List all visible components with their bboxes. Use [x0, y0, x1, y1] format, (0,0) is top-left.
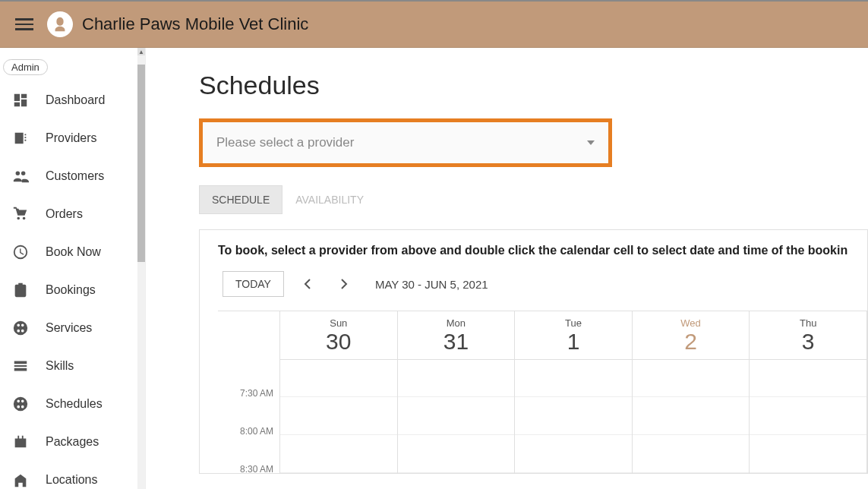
day-column-wed	[633, 359, 750, 473]
dashboard-icon	[12, 92, 29, 109]
time-label: 8:30 AM	[218, 435, 280, 473]
packages-icon	[12, 434, 29, 450]
sidebar-item-packages[interactable]: Packages	[0, 423, 145, 461]
day-column-mon	[398, 359, 516, 473]
sidebar-scrollbar[interactable]: ▲	[137, 48, 145, 489]
day-header-wed: Wed 2	[633, 311, 750, 359]
sidebar: Dashboard Providers Customers Orders Boo…	[0, 48, 146, 489]
calendar-cell[interactable]	[633, 435, 750, 473]
week-header: Sun 30 Mon 31 Tue 1 Wed 2 Thu 3	[218, 311, 867, 359]
calendar-cell[interactable]	[280, 359, 397, 397]
sidebar-item-services[interactable]: Services	[0, 309, 145, 347]
next-week-button[interactable]	[331, 271, 357, 297]
providers-icon	[12, 130, 29, 147]
app-logo	[47, 11, 73, 37]
sidebar-item-label: Skills	[46, 359, 74, 373]
tabs: SCHEDULE AVAILABILITY	[199, 185, 868, 214]
day-column-sun	[280, 359, 398, 473]
provider-select-placeholder: Please select a provider	[216, 135, 354, 150]
tab-schedule[interactable]: SCHEDULE	[199, 185, 282, 214]
sidebar-item-providers[interactable]: Providers	[0, 119, 145, 157]
sidebar-item-customers[interactable]: Customers	[0, 157, 145, 195]
sidebar-item-label: Customers	[46, 169, 104, 183]
services-icon	[12, 320, 29, 336]
calendar-cell[interactable]	[515, 397, 632, 435]
time-column: 7:30 AM 8:00 AM 8:30 AM	[218, 359, 280, 473]
calendar-panel: To book, select a provider from above an…	[199, 229, 868, 474]
app-title: Charlie Paws Mobile Vet Clinic	[82, 14, 308, 34]
calendar-instruction: To book, select a provider from above an…	[218, 244, 867, 257]
day-header-sun: Sun 30	[280, 311, 398, 359]
locations-icon	[12, 472, 29, 488]
customers-icon	[12, 168, 29, 185]
calendar-cell[interactable]	[633, 359, 750, 397]
day-column-tue	[515, 359, 633, 473]
sidebar-item-orders[interactable]: Orders	[0, 195, 145, 233]
calendar-cell[interactable]	[280, 435, 397, 473]
calendar-cell[interactable]	[750, 359, 866, 397]
sidebar-item-label: Orders	[46, 207, 83, 221]
calendar-cell[interactable]	[398, 359, 515, 397]
cart-icon	[12, 206, 29, 222]
day-header-mon: Mon 31	[398, 311, 516, 359]
calendar-cell[interactable]	[280, 397, 397, 435]
schedules-icon	[12, 396, 29, 412]
date-range-label: MAY 30 - JUN 5, 2021	[375, 278, 488, 291]
calendar-cell[interactable]	[398, 397, 515, 435]
scroll-up-arrow-icon[interactable]: ▲	[137, 48, 145, 55]
top-bar: Charlie Paws Mobile Vet Clinic	[0, 0, 868, 48]
provider-select-highlight: Please select a provider	[199, 118, 612, 167]
sidebar-item-label: Locations	[46, 473, 98, 487]
time-label: 7:30 AM	[218, 359, 280, 397]
week-body: 7:30 AM 8:00 AM 8:30 AM	[218, 359, 867, 473]
calendar-cell[interactable]	[515, 435, 632, 473]
sidebar-item-schedules[interactable]: Schedules	[0, 385, 145, 423]
day-header-tue: Tue 1	[515, 311, 633, 359]
day-header-thu: Thu 3	[750, 311, 867, 359]
sidebar-item-label: Services	[46, 321, 92, 335]
tab-availability[interactable]: AVAILABILITY	[282, 185, 377, 214]
main-content: Schedules Please select a provider SCHED…	[146, 48, 868, 489]
calendar-toolbar: TODAY MAY 30 - JUN 5, 2021	[218, 271, 867, 297]
calendar-cell[interactable]	[515, 359, 632, 397]
calendar-cell[interactable]	[398, 435, 515, 473]
clock-icon	[12, 244, 29, 260]
sidebar-item-bookings[interactable]: Bookings	[0, 271, 145, 309]
sidebar-item-label: Book Now	[46, 245, 101, 259]
skills-icon	[12, 358, 29, 374]
sidebar-item-label: Bookings	[46, 283, 96, 297]
provider-select[interactable]: Please select a provider	[203, 135, 608, 150]
time-label: 8:00 AM	[218, 397, 280, 435]
sidebar-item-dashboard[interactable]: Dashboard	[0, 81, 145, 119]
sidebar-item-label: Providers	[46, 131, 97, 145]
clipboard-icon	[12, 282, 29, 298]
sidebar-item-locations[interactable]: Locations	[0, 461, 145, 489]
sidebar-item-skills[interactable]: Skills	[0, 347, 145, 385]
scrollbar-thumb[interactable]	[137, 65, 145, 262]
sidebar-item-label: Packages	[46, 435, 99, 449]
sidebar-item-label: Schedules	[46, 397, 103, 411]
page-title: Schedules	[199, 71, 868, 100]
calendar-cell[interactable]	[750, 435, 866, 473]
sidebar-item-book-now[interactable]: Book Now	[0, 233, 145, 271]
prev-week-button[interactable]	[295, 271, 320, 297]
today-button[interactable]: TODAY	[223, 271, 284, 297]
sidebar-item-label: Dashboard	[46, 93, 105, 107]
calendar-cell[interactable]	[750, 397, 866, 435]
calendar-cell[interactable]	[633, 397, 750, 435]
time-gutter-header	[218, 311, 280, 359]
menu-toggle-button[interactable]	[15, 15, 33, 33]
chevron-down-icon	[587, 140, 595, 145]
day-column-thu	[750, 359, 867, 473]
